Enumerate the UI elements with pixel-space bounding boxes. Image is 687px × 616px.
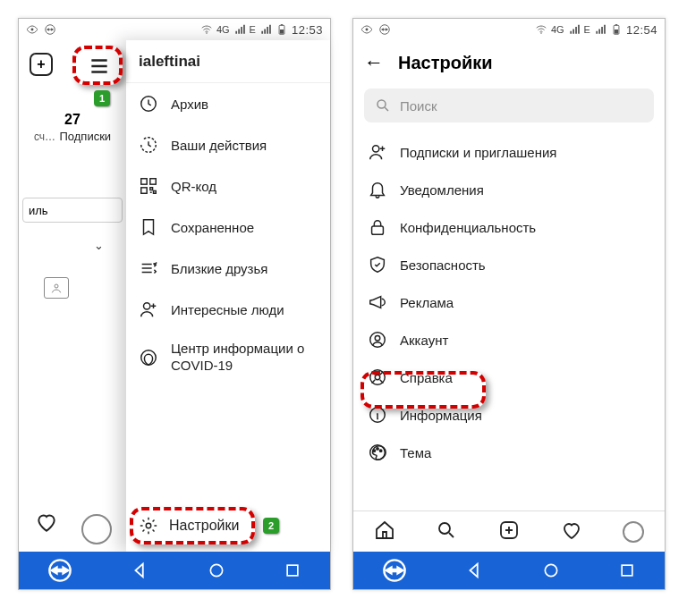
battery-icon (610, 23, 623, 36)
settings-privacy[interactable]: Конфиденциальность (353, 208, 665, 246)
settings-follow-invite[interactable]: Подписки и приглашения (353, 133, 665, 171)
svg-rect-5 (280, 30, 284, 34)
settings-notifications[interactable]: Уведомления (353, 171, 665, 208)
svg-point-35 (439, 523, 450, 534)
settings-account[interactable]: Аккаунт (353, 321, 665, 359)
battery-icon (276, 23, 288, 36)
svg-point-38 (546, 564, 557, 576)
wifi-icon (535, 23, 547, 36)
menu-discover-people[interactable]: Интересные люди (126, 289, 330, 330)
svg-point-27 (375, 335, 380, 341)
svg-point-23 (377, 100, 386, 108)
info-icon (368, 405, 387, 425)
svg-rect-8 (141, 179, 147, 184)
bell-icon (368, 180, 387, 199)
svg-rect-4 (281, 24, 283, 25)
menu-close-friends[interactable]: Близкие друзья (126, 248, 330, 289)
svg-point-24 (373, 146, 379, 152)
settings-list: Подписки и приглашения Уведомления Конфи… (353, 133, 665, 471)
teamviewer-status-icon (378, 23, 391, 36)
tab-profile-icon[interactable] (623, 521, 644, 543)
settings-security[interactable]: Безопасность (353, 246, 665, 283)
nav-recent[interactable] (284, 561, 301, 579)
svg-point-19 (540, 32, 542, 34)
instagram-tabbar (353, 511, 665, 552)
android-navbar (353, 552, 665, 589)
search-icon (375, 97, 391, 114)
signal-e: E (250, 24, 256, 35)
search-input[interactable]: Поиск (364, 89, 654, 122)
archive-icon (139, 94, 158, 114)
svg-point-33 (377, 448, 378, 450)
qr-icon (139, 176, 158, 196)
status-bar: 4G E 12:53 (19, 19, 330, 40)
svg-point-12 (141, 350, 157, 366)
nav-home[interactable] (542, 561, 560, 579)
menu-settings[interactable]: Настройки (126, 503, 330, 552)
network-4g: 4G (551, 24, 564, 35)
svg-point-0 (31, 29, 34, 31)
svg-point-17 (366, 29, 369, 31)
svg-point-13 (146, 523, 151, 528)
covid-info-icon (139, 348, 158, 367)
svg-point-15 (211, 564, 223, 576)
profile-drawer: ialeftinai Архив Ваши действия QR-код Со… (126, 40, 330, 552)
tab-heart-icon[interactable] (561, 519, 582, 544)
settings-about[interactable]: Информация (353, 396, 665, 434)
svg-rect-25 (372, 226, 384, 234)
shield-icon (368, 255, 387, 274)
following-label[interactable]: Подписки (59, 130, 111, 143)
teamviewer-nav-icon[interactable] (47, 558, 72, 583)
network-4g: 4G (216, 24, 230, 35)
megaphone-icon (368, 292, 387, 312)
menu-your-activity[interactable]: Ваши действия (126, 124, 330, 165)
settings-label: Настройки (169, 518, 239, 534)
phone-left: 4G E 12:53 + 27 сч… Подписки иль ⌄ ialef… (18, 18, 331, 590)
status-clock: 12:53 (292, 23, 323, 37)
tagged-grid-icon[interactable] (44, 277, 69, 299)
nav-back[interactable] (131, 561, 150, 580)
menu-archive[interactable]: Архив (126, 83, 330, 124)
gear-icon (139, 516, 158, 536)
phone-right: 4G E 12:54 ← Настройки Поиск Подписки и … (352, 18, 666, 590)
settings-ads[interactable]: Реклама (353, 283, 665, 321)
menu-qr[interactable]: QR-код (126, 165, 330, 207)
settings-help[interactable]: Справка (353, 359, 665, 396)
svg-rect-10 (141, 188, 147, 193)
new-post-button[interactable]: + (30, 53, 53, 76)
signal2-icon (594, 23, 606, 36)
tab-home-icon[interactable] (374, 519, 395, 544)
edit-profile-button[interactable]: иль (22, 198, 123, 223)
nav-home[interactable] (208, 561, 225, 579)
svg-point-34 (379, 450, 381, 451)
signal-icon (233, 23, 246, 36)
menu-saved[interactable]: Сохраненное (126, 207, 330, 248)
settings-theme[interactable]: Тема (353, 434, 665, 471)
android-navbar (19, 552, 330, 589)
chevron-down-icon[interactable]: ⌄ (94, 239, 123, 252)
theme-icon (368, 443, 387, 462)
svg-rect-21 (615, 24, 617, 25)
nav-back[interactable] (465, 561, 485, 580)
following-count: 27 (22, 112, 123, 128)
svg-point-6 (55, 284, 58, 288)
svg-point-29 (375, 375, 380, 380)
activity-heart-icon[interactable] (35, 511, 58, 537)
signal2-icon (259, 23, 272, 36)
profile-avatar-ring[interactable] (81, 514, 112, 544)
search-placeholder: Поиск (400, 98, 437, 114)
teamviewer-nav-icon[interactable] (382, 558, 407, 583)
back-arrow-icon[interactable]: ← (364, 51, 384, 74)
eye-icon (360, 23, 373, 36)
wifi-icon (200, 23, 213, 36)
signal-e: E (584, 24, 590, 35)
close-friends-icon (139, 258, 158, 278)
svg-rect-39 (622, 565, 632, 576)
saved-icon (139, 217, 158, 237)
tab-add-icon[interactable] (498, 519, 520, 544)
menu-covid-info[interactable]: Центр информации о COVID-19 (126, 330, 330, 385)
tab-search-icon[interactable] (436, 519, 457, 544)
nav-recent[interactable] (618, 561, 636, 579)
drawer-username[interactable]: ialeftinai (126, 40, 330, 83)
teamviewer-status-icon (44, 23, 56, 36)
